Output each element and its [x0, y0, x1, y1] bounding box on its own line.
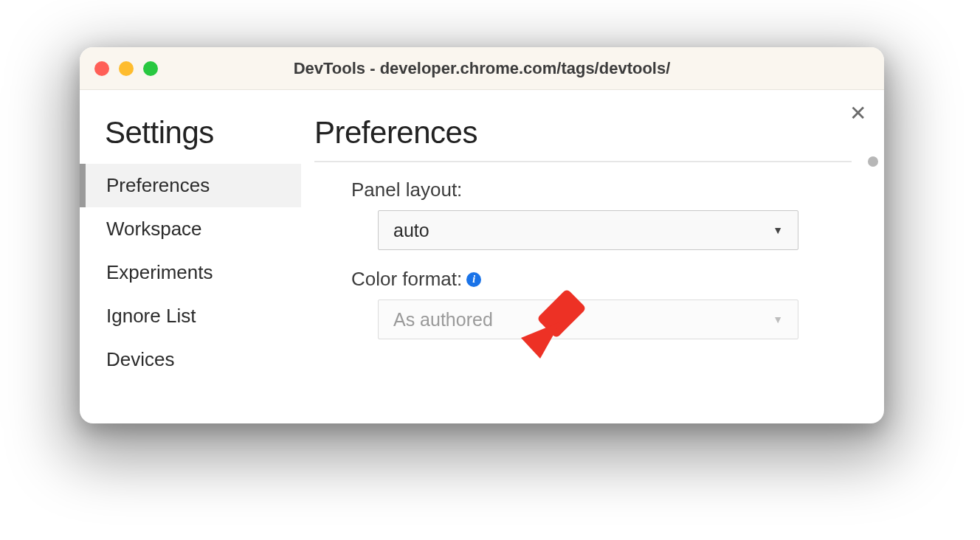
scrollbar[interactable]	[868, 156, 878, 416]
settings-sidebar: Settings Preferences Workspace Experimen…	[80, 90, 301, 423]
chevron-down-icon: ▼	[773, 314, 783, 325]
sidebar-item-ignore-list[interactable]: Ignore List	[80, 294, 301, 338]
settings-main-panel: Preferences Panel layout: auto ▼ Color f…	[301, 90, 884, 423]
panel-layout-field: Panel layout: auto ▼	[314, 179, 852, 250]
window-titlebar: DevTools - developer.chrome.com/tags/dev…	[80, 47, 884, 90]
window-title: DevTools - developer.chrome.com/tags/dev…	[80, 59, 884, 78]
info-icon[interactable]: i	[466, 272, 481, 287]
zoom-window-button[interactable]	[143, 61, 158, 76]
chevron-down-icon: ▼	[773, 224, 783, 236]
sidebar-item-label: Ignore List	[106, 305, 196, 327]
sidebar-item-label: Workspace	[106, 218, 202, 240]
color-format-value: As authored	[393, 309, 493, 330]
sidebar-title: Settings	[80, 115, 301, 164]
color-format-field: Color format: i As authored ▼	[314, 268, 852, 339]
minimize-window-button[interactable]	[119, 61, 134, 76]
sidebar-item-devices[interactable]: Devices	[80, 338, 301, 381]
page-title: Preferences	[314, 115, 852, 161]
panel-layout-select[interactable]: auto ▼	[378, 210, 798, 250]
close-window-button[interactable]	[94, 61, 109, 76]
panel-layout-label: Panel layout:	[351, 179, 852, 201]
sidebar-item-label: Devices	[106, 348, 174, 370]
traffic-lights	[94, 61, 158, 76]
sidebar-item-label: Experiments	[106, 261, 213, 283]
devtools-settings-window: DevTools - developer.chrome.com/tags/dev…	[80, 47, 884, 423]
divider	[314, 161, 852, 162]
color-format-select: As authored ▼	[378, 300, 798, 339]
scrollbar-thumb[interactable]	[868, 156, 878, 167]
sidebar-item-experiments[interactable]: Experiments	[80, 251, 301, 294]
color-format-label-text: Color format:	[351, 268, 462, 291]
sidebar-item-preferences[interactable]: Preferences	[80, 164, 301, 207]
settings-body: ✕ Settings Preferences Workspace Experim…	[80, 90, 884, 423]
panel-layout-value: auto	[393, 220, 429, 241]
color-format-label: Color format: i	[351, 268, 852, 291]
sidebar-item-workspace[interactable]: Workspace	[80, 207, 301, 251]
sidebar-item-label: Preferences	[106, 174, 210, 196]
